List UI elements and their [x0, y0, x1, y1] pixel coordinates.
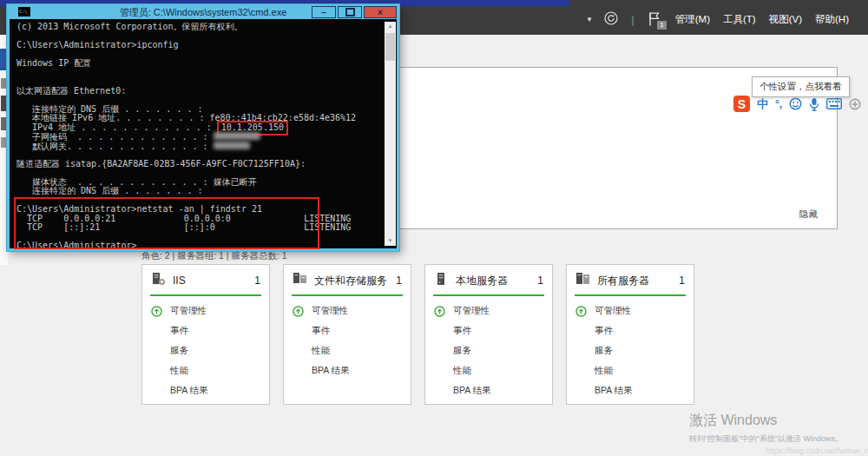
console-line: [16, 69, 383, 78]
menu-manage[interactable]: 管理(M): [675, 13, 710, 26]
menu-help[interactable]: 帮助(H): [815, 13, 849, 26]
sidebar-icon-fragment: [1, 137, 7, 148]
dashboard-tile: 本地服务器1可管理性事件服务性能BPA 结果: [424, 264, 553, 405]
tile-item-label: BPA 结果: [170, 385, 208, 397]
tile-item-label: 事件: [453, 325, 471, 337]
all-servers-icon: [575, 272, 590, 289]
refresh-icon[interactable]: [604, 11, 618, 27]
watermark-title: 激活 Windows: [689, 412, 868, 430]
local-server-icon: [434, 272, 449, 289]
tile-item[interactable]: 服务: [434, 345, 543, 357]
tile-item[interactable]: BPA 结果: [293, 365, 402, 377]
tile-item-label: 可管理性: [170, 305, 207, 317]
tile-item-label: 性能: [595, 365, 613, 377]
chevron-down-icon[interactable]: ▾: [588, 15, 592, 23]
hide-link[interactable]: 隐藏: [799, 208, 818, 221]
ime-tooltip: 个性设置，点我看看: [752, 76, 850, 97]
tile-item-label: 可管理性: [595, 305, 631, 317]
cmd-title-bar[interactable]: C:\_ 管理员: C:\Windows\system32\cmd.exe – …: [7, 4, 399, 19]
input-tools-icon[interactable]: [849, 98, 861, 110]
tile-item-label: BPA 结果: [595, 385, 633, 397]
watermark-subtitle: 转到“控制面板”中的“系统”以激活 Windows。: [689, 433, 868, 445]
voice-icon[interactable]: [809, 97, 819, 111]
tile-item[interactable]: 性能: [151, 365, 260, 377]
dashboard-status-line: 角色: 2 | 服务器组: 1 | 服务器总数: 1: [141, 250, 287, 262]
tile-title[interactable]: 所有服务器: [597, 274, 679, 288]
tile-item[interactable]: 服务: [151, 345, 260, 357]
dashboard-tile: 文件和存储服务1可管理性事件性能BPA 结果: [283, 264, 411, 405]
emoji-icon[interactable]: [789, 97, 802, 110]
redacted-value: [214, 142, 250, 149]
maximize-button[interactable]: [338, 6, 362, 18]
up-arrow-circle-icon: [293, 306, 304, 317]
tile-count: 1: [679, 274, 685, 287]
console-line: 默认网关. . . . . . . . . . . . . :: [16, 142, 383, 151]
tile-item-label: 服务: [170, 345, 188, 357]
dashboard-tile: 所有服务器1可管理性事件服务性能BPA 结果: [566, 264, 694, 405]
minimize-button[interactable]: –: [312, 6, 336, 18]
tile-item[interactable]: BPA 结果: [575, 385, 685, 397]
tile-count: 1: [254, 274, 260, 287]
console-line: (c) 2013 Microsoft Corporation。保留所有权利。: [16, 23, 383, 32]
dashboard-tiles: IIS1可管理性事件服务性能BPA 结果文件和存储服务1可管理性事件性能BPA …: [141, 264, 694, 405]
tile-item[interactable]: 性能: [575, 365, 685, 377]
menu-tools[interactable]: 工具(T): [723, 13, 756, 26]
tile-item[interactable]: 事件: [293, 325, 402, 337]
ime-toolbar: S中°,: [733, 96, 868, 112]
tile-item-label: 可管理性: [312, 305, 348, 317]
dashboard-tile: IIS1可管理性事件服务性能BPA 结果: [141, 264, 270, 405]
tile-title[interactable]: IIS: [173, 274, 254, 287]
punctuation-icon[interactable]: °,: [775, 98, 782, 110]
console-scrollbar[interactable]: ▲ ▼: [385, 22, 396, 246]
tile-item[interactable]: 性能: [434, 365, 543, 377]
tile-item-label: 事件: [170, 325, 188, 337]
tile-item[interactable]: 性能: [293, 345, 402, 357]
console-output: (c) 2013 Microsoft Corporation。保留所有权利。C:…: [10, 19, 397, 248]
tile-item[interactable]: 可管理性: [151, 305, 260, 317]
console-line: 连接特定的 DNS 后缀 . . . . . . . :: [16, 187, 383, 196]
tile-item-label: 事件: [312, 325, 330, 337]
tile-title[interactable]: 文件和存储服务: [314, 274, 396, 288]
tile-item[interactable]: 可管理性: [434, 305, 543, 317]
scroll-up-icon[interactable]: ▲: [385, 22, 396, 31]
server-manager-menubar: ▾ | 1 管理(M) 工具(T) 视图(V) 帮助(H): [588, 5, 849, 33]
console-line: Windows IP 配置: [16, 59, 383, 69]
tile-title[interactable]: 本地服务器: [456, 274, 537, 288]
tile-item-label: BPA 结果: [312, 365, 350, 377]
tile-item[interactable]: 事件: [434, 325, 543, 337]
sogou-logo-icon[interactable]: S: [733, 96, 750, 112]
tile-item-label: 性能: [170, 365, 188, 377]
sidebar-icon-fragment: [1, 96, 7, 111]
menu-view[interactable]: 视图(V): [769, 13, 802, 26]
console-line: IPv4 地址 . . . . . . . . . . . . : 10.1.2…: [16, 123, 383, 133]
file-storage-icon: [293, 272, 307, 289]
tile-item[interactable]: 可管理性: [293, 305, 402, 317]
close-button[interactable]: ×: [364, 6, 397, 18]
up-arrow-circle-icon: [151, 306, 162, 317]
cmd-window: C:\_ 管理员: C:\Windows\system32\cmd.exe – …: [7, 4, 399, 251]
keyboard-icon[interactable]: [826, 98, 842, 109]
redacted-value: [214, 132, 260, 140]
watermark-url: https://blog.csdn.net/hellow_nss: [766, 446, 868, 455]
tile-item-label: 性能: [312, 345, 330, 357]
activation-watermark: 激活 Windows 转到“控制面板”中的“系统”以激活 Windows。 ht…: [689, 412, 868, 455]
console-line: 子网掩码 . . . . . . . . . . . . :: [16, 132, 383, 142]
tile-item[interactable]: 服务: [575, 345, 685, 357]
tile-item-label: 性能: [453, 365, 471, 377]
console-line: 隧道适配器 isatap.{BA2AF8AE-02B3-456F-A9FC-F0…: [16, 160, 383, 169]
chinese-mode-icon[interactable]: 中: [757, 96, 768, 112]
tile-item[interactable]: BPA 结果: [434, 385, 543, 397]
menubar-divider: |: [631, 13, 634, 26]
tile-item[interactable]: 事件: [151, 325, 260, 337]
scrollbar-thumb[interactable]: [385, 33, 395, 61]
tile-item-label: 服务: [595, 345, 613, 357]
console-line: C:\Users\Administrator>ipconfig: [16, 41, 383, 50]
tile-item[interactable]: BPA 结果: [151, 385, 260, 397]
notifications-flag-icon[interactable]: 1: [648, 11, 662, 28]
notification-count-badge: 1: [657, 21, 666, 30]
tile-count: 1: [396, 274, 402, 287]
tile-item[interactable]: 事件: [575, 325, 685, 337]
scroll-down-icon[interactable]: ▼: [385, 236, 396, 246]
tile-count: 1: [537, 274, 543, 287]
tile-item[interactable]: 可管理性: [575, 305, 685, 317]
